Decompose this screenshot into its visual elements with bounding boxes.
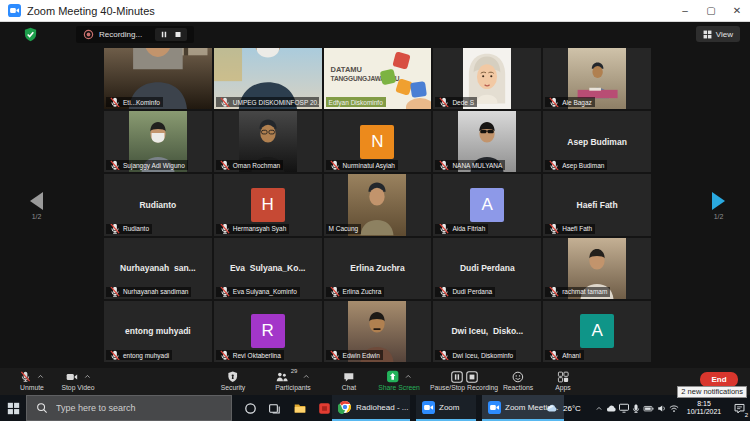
chevron-up-icon[interactable] — [302, 373, 310, 380]
cortana-button[interactable] — [238, 395, 262, 421]
stop-recording-icon[interactable] — [174, 30, 182, 39]
participant-initial-avatar: N — [360, 125, 394, 159]
tray-monitor-button[interactable] — [617, 395, 630, 421]
taskbar-clock[interactable]: 8:15 10/11/2021 — [680, 395, 728, 421]
participant-tile[interactable]: HHermansyah Syah — [214, 174, 322, 235]
pause-stop-recording-button[interactable]: Pause/Stop Recording — [430, 370, 498, 391]
participants-button[interactable]: 29Participants — [275, 370, 311, 391]
participant-tile[interactable]: Eva Sulyana_Ko...Eva Sulyana_Kominfo — [214, 238, 322, 299]
participant-tile[interactable]: NANA MULYANA — [433, 111, 541, 172]
participant-tile[interactable]: Ale Bagaz — [543, 48, 651, 109]
apps-icon-row — [557, 370, 569, 383]
participant-name-label: entong muhyadi — [106, 350, 172, 360]
tray-battery-button[interactable] — [642, 395, 655, 421]
participant-tile[interactable]: AAida Fitriah — [433, 174, 541, 235]
mic-off-icon — [109, 160, 121, 170]
mic-off-icon — [329, 160, 341, 170]
tray-speaker-button[interactable] — [655, 395, 668, 421]
security-button[interactable]: Security — [221, 370, 246, 391]
participant-name-label: Erlina Zuchra — [326, 287, 385, 297]
recording-controls — [155, 28, 187, 41]
maximize-button[interactable]: ▢ — [698, 0, 724, 21]
puzzle-piece-graphic — [410, 81, 427, 98]
encryption-shield-icon[interactable] — [23, 27, 38, 42]
tray-mic-button[interactable] — [630, 395, 643, 421]
participant-name-text: Sujanggy Adi Wiguno — [123, 162, 185, 169]
tray-wifi-button[interactable] — [668, 395, 681, 421]
participant-name-label: NANA MULYANA — [435, 160, 505, 170]
mic-off-icon — [438, 160, 450, 170]
participant-tile[interactable]: Asep BudimanAsep Budiman — [543, 111, 651, 172]
chevron-up-icon[interactable] — [404, 373, 412, 380]
reactions-button[interactable]: Reactions — [503, 370, 533, 391]
weather-temp: 26°C — [563, 404, 581, 413]
participant-name-text: Aida Fitriah — [452, 225, 485, 232]
search-icon — [36, 402, 48, 414]
participant-tile[interactable]: Erlina ZuchraErlina Zuchra — [324, 238, 432, 299]
participant-tile[interactable]: DATAMUTANGGUNGJAWABMUEdfyan Diskominfo — [324, 48, 432, 109]
chrome-taskbar-button[interactable]: Radiohead - ... — [332, 395, 410, 421]
participant-initial-avatar: A — [470, 188, 504, 222]
stop-video-button[interactable]: Stop Video — [61, 370, 94, 391]
share-screen-button[interactable]: Share Screen — [378, 370, 420, 391]
unmute-button[interactable]: Unmute — [20, 370, 45, 391]
minimize-button[interactable]: – — [672, 0, 698, 21]
participant-tile[interactable]: RudiantoRudianto — [104, 174, 212, 235]
participant-tile[interactable]: NNurminatul Asyiah — [324, 111, 432, 172]
file-explorer-button[interactable] — [288, 395, 312, 421]
participant-name-text: Eti...Kominfo — [123, 99, 160, 106]
mic-off-icon — [329, 287, 341, 297]
stop-rec-icon[interactable] — [465, 371, 477, 383]
participant-name-label: rachmat tamam — [545, 287, 610, 297]
participant-tile[interactable]: Dwi Iceu, Disko...Dwi Iceu, Diskominfo — [433, 301, 541, 362]
action-center-button[interactable]: 2 — [729, 395, 749, 421]
pause-rec-icon[interactable] — [450, 371, 462, 383]
participant-tile[interactable]: Eti...Kominfo — [104, 48, 212, 109]
participant-name-text: Erlina Zuchra — [343, 288, 382, 295]
search-input[interactable] — [54, 402, 208, 414]
start-button[interactable] — [0, 395, 26, 421]
participant-name-text: Dudi Perdana — [452, 288, 492, 295]
pause-recording-icon[interactable] — [160, 30, 168, 39]
chat-icon — [343, 371, 355, 383]
participant-tile[interactable]: entong muhyadientong muhyadi — [104, 301, 212, 362]
speaker-icon — [656, 403, 668, 414]
participant-tile[interactable]: Dede S — [433, 48, 541, 109]
taskbar-search[interactable] — [26, 395, 232, 421]
end-meeting-button[interactable]: End — [700, 372, 738, 387]
window-title: Zoom Meeting 40-Minutes — [27, 5, 155, 17]
mic-off-icon — [438, 97, 450, 107]
previous-page-arrow-icon[interactable] — [30, 192, 43, 210]
task-view-button[interactable] — [262, 395, 286, 421]
participant-name-label: Rudianto — [106, 224, 152, 234]
participant-tile[interactable]: Haefi FathHaefi Fath — [543, 174, 651, 235]
participant-tile[interactable]: Edwin Edwin — [324, 301, 432, 362]
chevron-up-icon[interactable] — [37, 373, 45, 380]
weather-widget[interactable]: 26°C — [545, 395, 581, 421]
participant-name-label: Oman Rochman — [216, 160, 283, 170]
participant-tile[interactable]: Dudi PerdanaDudi Perdana — [433, 238, 541, 299]
apps-button[interactable]: Apps — [555, 370, 571, 391]
chat-button[interactable]: Chat — [342, 370, 356, 391]
participant-tile[interactable]: Sujanggy Adi Wiguno — [104, 111, 212, 172]
participant-tile[interactable]: AAfnani — [543, 301, 651, 362]
view-button[interactable]: View — [696, 26, 740, 42]
participant-tile[interactable]: Oman Rochman — [214, 111, 322, 172]
participant-name-text: Hermansyah Syah — [233, 225, 286, 232]
participant-name-label: Eti...Kominfo — [106, 97, 163, 107]
next-page-arrow-icon[interactable] — [712, 192, 725, 210]
participant-tile[interactable]: Nurhayanah san...Nurhayanah sandiman — [104, 238, 212, 299]
stop-video-label: Stop Video — [61, 384, 94, 391]
participant-tile[interactable]: rachmat tamam — [543, 238, 651, 299]
participant-name-label: Afnani — [545, 350, 583, 360]
participant-name-label: Nurhayanah sandiman — [106, 287, 191, 297]
close-button[interactable]: ✕ — [724, 0, 750, 21]
participant-tile[interactable]: M Cacung — [324, 174, 432, 235]
stop-video-icon-row — [65, 370, 91, 383]
tray-cloud-button[interactable] — [605, 395, 618, 421]
participant-tile[interactable]: UMPEG DISKOMINFOSP 20... — [214, 48, 322, 109]
participant-tile[interactable]: RRevi Oktaberlina — [214, 301, 322, 362]
tray-chevron-up-button[interactable] — [592, 395, 605, 421]
chevron-up-icon[interactable] — [83, 373, 91, 380]
zoom-taskbar-button[interactable]: Zoom — [416, 395, 476, 421]
